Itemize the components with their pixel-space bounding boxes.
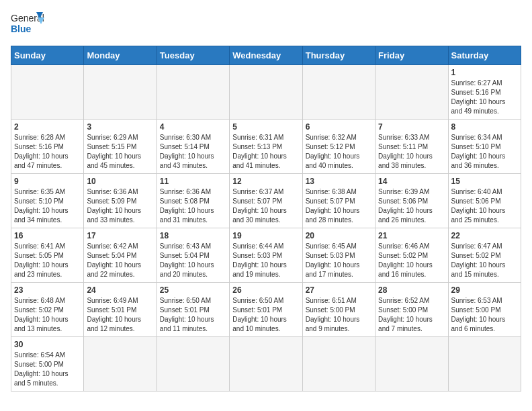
logo: General Blue (11, 11, 46, 40)
day-number: 25 (160, 285, 226, 295)
day-info: Sunrise: 6:43 AM Sunset: 5:04 PM Dayligh… (160, 242, 226, 279)
day-number: 23 (14, 285, 81, 295)
calendar-week-row: 9Sunrise: 6:35 AM Sunset: 5:10 PM Daylig… (11, 174, 521, 228)
day-number: 19 (232, 231, 299, 240)
weekday-header-friday: Friday (375, 46, 448, 65)
day-number: 12 (232, 177, 299, 186)
day-number: 29 (451, 285, 518, 295)
calendar-cell (230, 65, 302, 120)
day-info: Sunrise: 6:31 AM Sunset: 5:13 PM Dayligh… (232, 133, 299, 171)
calendar-cell (157, 337, 229, 392)
calendar-table: SundayMondayTuesdayWednesdayThursdayFrid… (11, 46, 521, 392)
weekday-header-row: SundayMondayTuesdayWednesdayThursdayFrid… (11, 46, 521, 65)
day-number: 20 (306, 231, 372, 240)
day-info: Sunrise: 6:49 AM Sunset: 5:01 PM Dayligh… (87, 296, 153, 334)
day-info: Sunrise: 6:32 AM Sunset: 5:12 PM Dayligh… (306, 133, 372, 171)
day-number: 9 (14, 177, 81, 186)
day-info: Sunrise: 6:54 AM Sunset: 5:00 PM Dayligh… (14, 351, 81, 388)
calendar-cell (302, 65, 375, 120)
day-info: Sunrise: 6:53 AM Sunset: 5:00 PM Dayligh… (451, 296, 518, 334)
logo-svg: General Blue (11, 11, 46, 40)
day-number: 6 (306, 122, 372, 132)
day-info: Sunrise: 6:45 AM Sunset: 5:03 PM Dayligh… (306, 242, 372, 279)
calendar-cell: 3Sunrise: 6:29 AM Sunset: 5:15 PM Daylig… (84, 120, 157, 174)
day-info: Sunrise: 6:40 AM Sunset: 5:06 PM Dayligh… (451, 187, 518, 225)
calendar-cell: 15Sunrise: 6:40 AM Sunset: 5:06 PM Dayli… (448, 174, 521, 228)
calendar-cell: 14Sunrise: 6:39 AM Sunset: 5:06 PM Dayli… (375, 174, 448, 228)
calendar-cell: 20Sunrise: 6:45 AM Sunset: 5:03 PM Dayli… (302, 228, 375, 283)
calendar-cell (84, 65, 157, 120)
calendar-cell: 28Sunrise: 6:52 AM Sunset: 5:00 PM Dayli… (375, 283, 448, 337)
calendar-cell: 7Sunrise: 6:33 AM Sunset: 5:11 PM Daylig… (375, 120, 448, 174)
calendar-week-row: 23Sunrise: 6:48 AM Sunset: 5:02 PM Dayli… (11, 283, 521, 337)
day-number: 21 (378, 231, 445, 240)
calendar-cell: 24Sunrise: 6:49 AM Sunset: 5:01 PM Dayli… (84, 283, 157, 337)
calendar-cell: 23Sunrise: 6:48 AM Sunset: 5:02 PM Dayli… (11, 283, 84, 337)
day-info: Sunrise: 6:50 AM Sunset: 5:01 PM Dayligh… (160, 296, 226, 334)
day-number: 24 (87, 285, 153, 295)
day-number: 18 (160, 231, 226, 240)
day-info: Sunrise: 6:29 AM Sunset: 5:15 PM Dayligh… (87, 133, 153, 171)
day-number: 7 (378, 122, 445, 132)
day-number: 15 (451, 177, 518, 186)
calendar-week-row: 2Sunrise: 6:28 AM Sunset: 5:16 PM Daylig… (11, 120, 521, 174)
calendar-cell: 12Sunrise: 6:37 AM Sunset: 5:07 PM Dayli… (230, 174, 302, 228)
day-info: Sunrise: 6:48 AM Sunset: 5:02 PM Dayligh… (14, 296, 81, 334)
calendar-cell (302, 337, 375, 392)
calendar-cell: 17Sunrise: 6:42 AM Sunset: 5:04 PM Dayli… (84, 228, 157, 283)
calendar-cell: 19Sunrise: 6:44 AM Sunset: 5:03 PM Dayli… (230, 228, 302, 283)
day-number: 11 (160, 177, 226, 186)
weekday-header-monday: Monday (84, 46, 157, 65)
calendar-cell (84, 337, 157, 392)
calendar-cell (375, 65, 448, 120)
day-info: Sunrise: 6:41 AM Sunset: 5:05 PM Dayligh… (14, 242, 81, 279)
day-info: Sunrise: 6:33 AM Sunset: 5:11 PM Dayligh… (378, 133, 445, 171)
day-number: 13 (306, 177, 372, 186)
day-info: Sunrise: 6:51 AM Sunset: 5:00 PM Dayligh… (306, 296, 372, 334)
calendar-cell: 18Sunrise: 6:43 AM Sunset: 5:04 PM Dayli… (157, 228, 229, 283)
day-number: 2 (14, 122, 81, 132)
day-info: Sunrise: 6:46 AM Sunset: 5:02 PM Dayligh… (378, 242, 445, 279)
day-info: Sunrise: 6:47 AM Sunset: 5:02 PM Dayligh… (451, 242, 518, 279)
calendar-cell: 27Sunrise: 6:51 AM Sunset: 5:00 PM Dayli… (302, 283, 375, 337)
day-info: Sunrise: 6:34 AM Sunset: 5:10 PM Dayligh… (451, 133, 518, 171)
day-info: Sunrise: 6:27 AM Sunset: 5:16 PM Dayligh… (451, 79, 518, 116)
calendar-week-row: 30Sunrise: 6:54 AM Sunset: 5:00 PM Dayli… (11, 337, 521, 392)
calendar-cell: 8Sunrise: 6:34 AM Sunset: 5:10 PM Daylig… (448, 120, 521, 174)
day-number: 17 (87, 231, 153, 240)
calendar-cell: 29Sunrise: 6:53 AM Sunset: 5:00 PM Dayli… (448, 283, 521, 337)
calendar-week-row: 16Sunrise: 6:41 AM Sunset: 5:05 PM Dayli… (11, 228, 521, 283)
day-number: 16 (14, 231, 81, 240)
calendar-cell: 9Sunrise: 6:35 AM Sunset: 5:10 PM Daylig… (11, 174, 84, 228)
calendar-cell (448, 337, 521, 392)
calendar-cell (157, 65, 229, 120)
calendar-cell: 10Sunrise: 6:36 AM Sunset: 5:09 PM Dayli… (84, 174, 157, 228)
calendar-cell: 6Sunrise: 6:32 AM Sunset: 5:12 PM Daylig… (302, 120, 375, 174)
weekday-header-wednesday: Wednesday (230, 46, 302, 65)
weekday-header-tuesday: Tuesday (157, 46, 229, 65)
calendar-cell: 30Sunrise: 6:54 AM Sunset: 5:00 PM Dayli… (11, 337, 84, 392)
weekday-header-sunday: Sunday (11, 46, 84, 65)
calendar-cell: 11Sunrise: 6:36 AM Sunset: 5:08 PM Dayli… (157, 174, 229, 228)
calendar-cell (11, 65, 84, 120)
day-number: 10 (87, 177, 153, 186)
day-info: Sunrise: 6:50 AM Sunset: 5:01 PM Dayligh… (232, 296, 299, 334)
day-info: Sunrise: 6:30 AM Sunset: 5:14 PM Dayligh… (160, 133, 226, 171)
weekday-header-thursday: Thursday (302, 46, 375, 65)
calendar-cell: 1Sunrise: 6:27 AM Sunset: 5:16 PM Daylig… (448, 65, 521, 120)
page-header: General Blue (11, 11, 521, 40)
day-info: Sunrise: 6:37 AM Sunset: 5:07 PM Dayligh… (232, 187, 299, 225)
day-info: Sunrise: 6:52 AM Sunset: 5:00 PM Dayligh… (378, 296, 445, 334)
day-number: 26 (232, 285, 299, 295)
calendar-cell: 21Sunrise: 6:46 AM Sunset: 5:02 PM Dayli… (375, 228, 448, 283)
calendar-cell: 13Sunrise: 6:38 AM Sunset: 5:07 PM Dayli… (302, 174, 375, 228)
calendar-week-row: 1Sunrise: 6:27 AM Sunset: 5:16 PM Daylig… (11, 65, 521, 120)
calendar-cell: 16Sunrise: 6:41 AM Sunset: 5:05 PM Dayli… (11, 228, 84, 283)
day-number: 4 (160, 122, 226, 132)
day-number: 30 (14, 340, 81, 349)
day-info: Sunrise: 6:44 AM Sunset: 5:03 PM Dayligh… (232, 242, 299, 279)
day-number: 8 (451, 122, 518, 132)
day-info: Sunrise: 6:35 AM Sunset: 5:10 PM Dayligh… (14, 187, 81, 225)
day-number: 28 (378, 285, 445, 295)
day-info: Sunrise: 6:36 AM Sunset: 5:08 PM Dayligh… (160, 187, 226, 225)
